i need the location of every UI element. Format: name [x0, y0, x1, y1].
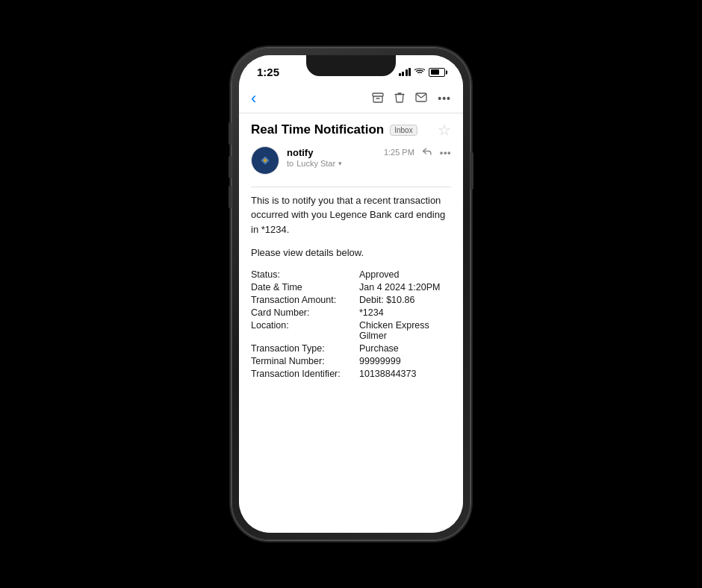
svg-rect-0 [373, 93, 383, 96]
detail-row: Terminal Number:99999999 [251, 356, 451, 366]
email-content[interactable]: ‹ [239, 83, 463, 533]
inbox-badge: Inbox [390, 125, 417, 136]
detail-label: Transaction Type: [251, 343, 359, 354]
detail-row: Status:Approved [251, 269, 451, 280]
detail-label: Date & Time [251, 282, 359, 293]
phone-notch [306, 55, 396, 76]
status-time: 1:25 [257, 66, 279, 78]
toolbar-right: ••• [372, 92, 451, 106]
email-title-left: Real Time Notification Inbox [251, 122, 417, 137]
status-icons [399, 66, 446, 78]
detail-value: Chicken Express Gilmer [359, 320, 451, 341]
sender-actions: 1:25 PM ••• [384, 146, 451, 158]
body-intro: This is to notify you that a recent tran… [251, 193, 451, 237]
email-toolbar: ‹ [239, 83, 463, 113]
detail-row: Date & TimeJan 4 2024 1:20PM [251, 282, 451, 293]
detail-row: Location:Chicken Express Gilmer [251, 320, 451, 341]
detail-value: Approved [359, 269, 400, 280]
email-title: Real Time Notification [251, 122, 384, 137]
more-options-icon[interactable]: ••• [438, 93, 451, 104]
email-header: Real Time Notification Inbox ☆ [239, 113, 463, 181]
detail-row: Transaction Type:Purchase [251, 343, 451, 354]
star-icon[interactable]: ☆ [438, 121, 451, 139]
toolbar-left: ‹ [251, 89, 256, 108]
body-view-details: Please view details below. [251, 245, 451, 260]
to-row: to Lucky Star ▾ [287, 159, 451, 168]
phone-screen: 1:25 [239, 55, 463, 533]
detail-value: *1234 [359, 307, 384, 318]
signal-icon [399, 68, 411, 76]
sender-avatar [251, 146, 279, 175]
detail-label: Transaction Amount: [251, 295, 359, 305]
detail-value: Debit: $10.86 [359, 295, 414, 305]
detail-label: Card Number: [251, 307, 359, 318]
sender-more-icon[interactable]: ••• [440, 147, 451, 158]
trash-icon[interactable] [394, 92, 405, 106]
detail-label: Terminal Number: [251, 356, 359, 366]
detail-label: Transaction Identifier: [251, 369, 359, 379]
detail-value: Purchase [359, 343, 399, 354]
detail-value: 10138844373 [359, 369, 416, 379]
mail-icon[interactable] [415, 92, 427, 105]
avatar-logo [252, 147, 279, 174]
detail-label: Location: [251, 320, 359, 341]
detail-row: Card Number:*1234 [251, 307, 451, 318]
divider [251, 187, 451, 187]
email-body: This is to notify you that a recent tran… [239, 193, 463, 396]
archive-icon[interactable] [372, 92, 384, 106]
detail-value: 99999999 [359, 356, 401, 366]
battery-icon [429, 68, 445, 77]
detail-row: Transaction Amount:Debit: $10.86 [251, 295, 451, 305]
details-table: Status:ApprovedDate & TimeJan 4 2024 1:2… [251, 269, 451, 379]
sender-name: notify [287, 147, 313, 158]
back-button[interactable]: ‹ [251, 89, 256, 108]
sender-row: notify 1:25 PM ••• [251, 146, 451, 175]
to-name: Lucky Star [296, 159, 335, 168]
detail-row: Transaction Identifier:10138844373 [251, 369, 451, 379]
sender-time: 1:25 PM [384, 148, 414, 157]
reply-icon[interactable] [422, 146, 432, 158]
sender-info: notify 1:25 PM ••• [287, 146, 451, 168]
sender-name-row: notify 1:25 PM ••• [287, 146, 451, 158]
wifi-icon [414, 66, 425, 78]
detail-value: Jan 4 2024 1:20PM [359, 282, 440, 293]
chevron-down-icon[interactable]: ▾ [338, 160, 342, 167]
email-title-row: Real Time Notification Inbox ☆ [251, 121, 451, 139]
detail-label: Status: [251, 269, 359, 280]
to-label: to [287, 159, 293, 168]
phone-frame: 1:25 [232, 48, 470, 540]
